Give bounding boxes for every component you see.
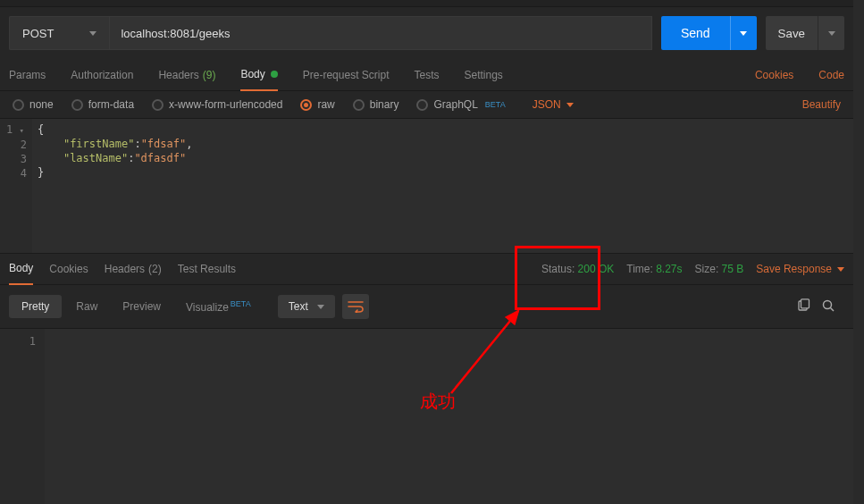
chevron-down-icon bbox=[566, 103, 574, 107]
chevron-down-icon bbox=[837, 267, 844, 272]
view-raw[interactable]: Raw bbox=[65, 295, 108, 318]
time-value: 8.27s bbox=[656, 263, 682, 275]
resp-tab-body[interactable]: Body bbox=[9, 253, 33, 285]
radio-icon bbox=[71, 99, 83, 111]
save-button[interactable]: Save bbox=[766, 16, 818, 50]
chevron-down-icon bbox=[740, 31, 747, 36]
tab-tests[interactable]: Tests bbox=[414, 59, 439, 91]
radio-icon bbox=[152, 99, 164, 111]
radio-binary[interactable]: binary bbox=[353, 98, 399, 111]
editor-code[interactable]: { "firstName":"fdsaf", "lastName":"dfasd… bbox=[32, 119, 853, 253]
resp-tab-headers-label: Headers bbox=[105, 263, 145, 275]
wrap-lines-button[interactable] bbox=[342, 294, 369, 319]
chevron-down-icon bbox=[317, 305, 324, 309]
visualize-label: Visualize bbox=[186, 301, 229, 314]
dot-indicator-icon bbox=[271, 71, 278, 78]
tab-headers[interactable]: Headers (9) bbox=[158, 59, 215, 91]
radio-icon bbox=[353, 99, 365, 111]
code-link[interactable]: Code bbox=[818, 69, 844, 81]
tab-authorization[interactable]: Authorization bbox=[71, 59, 133, 91]
resp-headers-count: (2) bbox=[148, 263, 162, 275]
headers-count: (9) bbox=[203, 69, 216, 81]
svg-rect-1 bbox=[801, 298, 809, 307]
radio-graphql[interactable]: GraphQLBETA bbox=[416, 98, 505, 111]
save-response-label: Save Response bbox=[756, 263, 832, 275]
method-label: POST bbox=[22, 27, 54, 40]
content-type-label: JSON bbox=[533, 98, 561, 111]
radio-raw[interactable]: raw bbox=[300, 98, 334, 111]
tab-body[interactable]: Body bbox=[240, 59, 277, 91]
response-body: 1 bbox=[0, 328, 853, 504]
wrap-icon bbox=[348, 300, 364, 313]
save-label: Save bbox=[778, 27, 805, 40]
size-block: Size: 75 B bbox=[695, 263, 744, 275]
tab-settings[interactable]: Settings bbox=[465, 59, 503, 91]
tab-headers-label: Headers bbox=[158, 69, 198, 81]
radio-icon bbox=[416, 99, 428, 111]
radio-icon bbox=[13, 99, 24, 111]
time-label: Time: bbox=[626, 263, 653, 275]
radio-label: binary bbox=[370, 98, 399, 111]
content-type-dropdown[interactable]: JSON bbox=[533, 98, 574, 111]
outer-scrollbar[interactable] bbox=[853, 0, 864, 504]
resp-tab-test-results[interactable]: Test Results bbox=[178, 253, 236, 285]
status-label: Status: bbox=[541, 263, 575, 275]
tab-body-label: Body bbox=[240, 68, 264, 80]
svg-point-2 bbox=[824, 300, 832, 308]
response-format-dropdown[interactable]: Text bbox=[278, 295, 335, 318]
radio-label: form-data bbox=[88, 98, 134, 111]
resp-tab-cookies[interactable]: Cookies bbox=[49, 253, 88, 285]
beta-badge: BETA bbox=[231, 299, 251, 308]
radio-xwww[interactable]: x-www-form-urlencoded bbox=[152, 98, 282, 111]
status-value: 200 OK bbox=[578, 263, 615, 275]
time-block: Time: 8.27s bbox=[626, 263, 682, 275]
send-button[interactable]: Send bbox=[661, 16, 730, 50]
cookies-link[interactable]: Cookies bbox=[755, 69, 793, 81]
svg-line-3 bbox=[831, 307, 835, 311]
size-label: Size: bbox=[695, 263, 719, 275]
beta-badge: BETA bbox=[485, 100, 506, 109]
send-dropdown[interactable] bbox=[730, 16, 757, 50]
response-content[interactable] bbox=[45, 329, 853, 504]
method-select[interactable]: POST bbox=[9, 16, 109, 50]
radio-label: x-www-form-urlencoded bbox=[169, 98, 282, 111]
copy-icon[interactable] bbox=[796, 298, 810, 315]
save-response-button[interactable]: Save Response bbox=[756, 263, 844, 275]
tab-params[interactable]: Params bbox=[9, 59, 46, 91]
radio-icon bbox=[300, 99, 312, 111]
view-preview[interactable]: Preview bbox=[112, 295, 172, 318]
request-body-editor[interactable]: 1 ▾ 2 3 4 { "firstName":"fdsaf", "lastNa… bbox=[0, 119, 853, 253]
view-visualize[interactable]: VisualizeBETA bbox=[175, 294, 262, 319]
response-gutter: 1 bbox=[0, 329, 45, 504]
radio-label: raw bbox=[317, 98, 334, 111]
resp-tab-headers[interactable]: Headers (2) bbox=[105, 253, 162, 285]
chevron-down-icon bbox=[828, 31, 835, 36]
top-edge bbox=[0, 0, 853, 7]
beautify-link[interactable]: Beautify bbox=[802, 98, 841, 111]
size-value: 75 B bbox=[722, 263, 744, 275]
chevron-down-icon bbox=[89, 31, 96, 36]
radio-formdata[interactable]: form-data bbox=[71, 98, 134, 111]
tab-prerequest[interactable]: Pre-request Script bbox=[303, 59, 390, 91]
radio-none[interactable]: none bbox=[13, 98, 54, 111]
editor-gutter: 1 ▾ 2 3 4 bbox=[0, 119, 32, 253]
search-icon[interactable] bbox=[821, 298, 835, 315]
radio-label: GraphQL bbox=[433, 98, 477, 111]
view-pretty[interactable]: Pretty bbox=[9, 295, 62, 318]
save-dropdown[interactable] bbox=[818, 16, 844, 50]
response-format-label: Text bbox=[289, 300, 308, 313]
radio-label: none bbox=[29, 98, 54, 111]
url-input[interactable] bbox=[109, 16, 652, 50]
status-block: Status: 200 OK bbox=[541, 263, 614, 275]
